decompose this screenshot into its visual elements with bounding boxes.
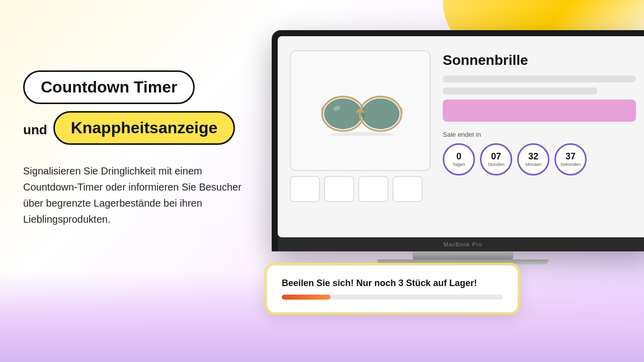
countdown-timer-badge: Countdown Timer — [23, 70, 195, 104]
badge-row-1: Countdown Timer — [23, 70, 275, 108]
badge2-text: Knappheitsanzeige — [71, 119, 218, 137]
thumbnail-1[interactable] — [290, 176, 320, 202]
product-main-image — [290, 50, 431, 171]
svg-point-7 — [330, 132, 393, 136]
stock-bar-background — [282, 295, 503, 300]
thumbnail-3[interactable] — [358, 176, 388, 202]
stock-popup-text: Beeilen Sie sich! Nur noch 3 Stück auf L… — [282, 278, 503, 289]
timer-minutes-label: Minuten — [525, 162, 541, 167]
macbook-label: MacBook Pro — [443, 241, 482, 247]
macbook-display: Sonnenbrille Sale endet in 0 Tagen 07 St… — [278, 36, 644, 237]
thumbnail-2[interactable] — [324, 176, 354, 202]
timer-seconds-number: 37 — [566, 152, 576, 161]
und-label: und — [23, 122, 47, 138]
skeleton-line-1 — [443, 75, 636, 82]
timer-minutes-number: 32 — [528, 152, 538, 161]
timer-minutes: 32 Minuten — [517, 143, 549, 175]
timer-hours-number: 07 — [491, 152, 501, 161]
skeleton-line-2 — [443, 87, 597, 95]
timer-days-number: 0 — [456, 152, 461, 161]
timer-seconds-label: Sekunden — [560, 162, 581, 167]
timer-days-label: Tagen — [453, 162, 465, 167]
macbook-wrapper: Sonnenbrille Sale endet in 0 Tagen 07 St… — [272, 30, 644, 264]
add-to-cart-button[interactable] — [443, 100, 636, 122]
macbook-screen: Sonnenbrille Sale endet in 0 Tagen 07 St… — [272, 30, 644, 251]
stock-bar-fill — [282, 295, 331, 300]
macbook-bottom-bar: MacBook Pro — [278, 237, 644, 251]
timer-circles: 0 Tagen 07 Stunden 32 Minuten 37 Sekunde… — [443, 143, 636, 175]
product-image-area — [290, 50, 431, 223]
macbook-stand — [413, 251, 513, 259]
timer-days: 0 Tagen — [443, 143, 475, 175]
timer-seconds: 37 Sekunden — [554, 143, 587, 175]
badge-row-2: und Knappheitsanzeige — [23, 111, 275, 149]
svg-point-1 — [324, 99, 362, 129]
product-info: Sonnenbrille Sale endet in 0 Tagen 07 St… — [443, 50, 636, 223]
description-text: Signalisieren Sie Dringlichkeit mit eine… — [23, 163, 255, 227]
sale-label: Sale endet in — [443, 131, 636, 138]
badge1-text: Countdown Timer — [41, 78, 177, 96]
left-content: Countdown Timer und Knappheitsanzeige Si… — [23, 70, 275, 227]
sunglasses-svg — [315, 85, 406, 136]
thumbnail-row — [290, 176, 431, 202]
stock-popup: Beeilen Sie sich! Nur noch 3 Stück auf L… — [267, 265, 518, 313]
timer-hours-label: Stunden — [488, 162, 505, 167]
knappheit-badge: Knappheitsanzeige — [53, 111, 235, 145]
product-title: Sonnenbrille — [443, 52, 636, 68]
timer-hours: 07 Stunden — [480, 143, 512, 175]
thumbnail-4[interactable] — [392, 176, 423, 202]
svg-point-3 — [362, 99, 400, 129]
